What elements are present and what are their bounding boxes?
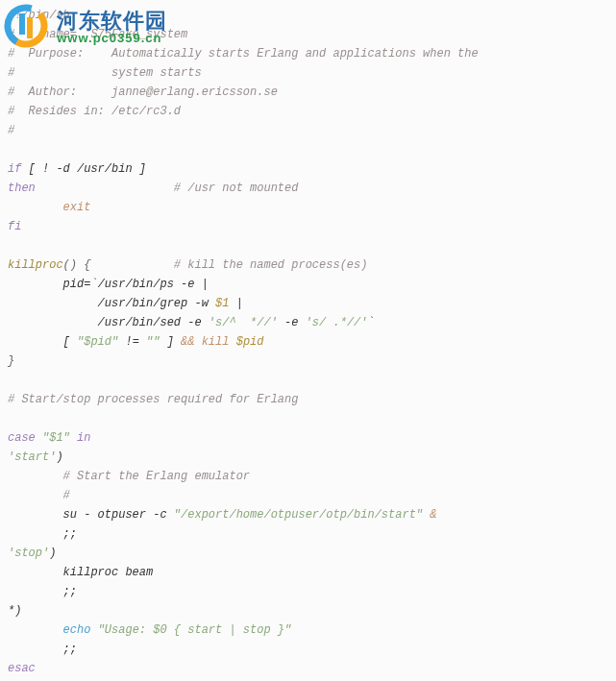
comment: # Author: janne@erlang.ericsson.se — [8, 85, 278, 99]
shebang: #!/bin/sh — [8, 9, 70, 22]
case-wildcard: *) — [8, 604, 21, 618]
comment: # system starts — [8, 66, 202, 80]
func-name: killproc — [8, 258, 63, 272]
case-label: 'start' — [8, 450, 56, 464]
comment: # — [8, 489, 70, 502]
comment: # — [8, 124, 14, 137]
keyword-exit: exit — [8, 201, 90, 214]
comment: # Start the Erlang emulator — [8, 470, 250, 483]
case-label: 'stop' — [8, 547, 49, 560]
code-block: #!/bin/sh # name= S75Fake_system # Purpo… — [8, 6, 608, 678]
keyword-if: if — [8, 162, 21, 176]
comment: # Start/stop processes required for Erla… — [8, 393, 298, 406]
keyword-then: then — [8, 182, 36, 195]
keyword-echo: echo — [8, 623, 98, 637]
keyword-case: case — [8, 431, 36, 445]
brace-close: } — [8, 354, 14, 368]
keyword-esac: esac — [8, 662, 36, 675]
comment: # Resides in: /etc/rc3.d — [8, 105, 181, 118]
double-semicolon: ;; — [8, 585, 77, 598]
comment: # Purpose: Automatically starts Erlang a… — [8, 47, 479, 61]
double-semicolon: ;; — [8, 527, 77, 541]
double-semicolon: ;; — [8, 643, 77, 656]
keyword-fi: fi — [8, 220, 21, 233]
